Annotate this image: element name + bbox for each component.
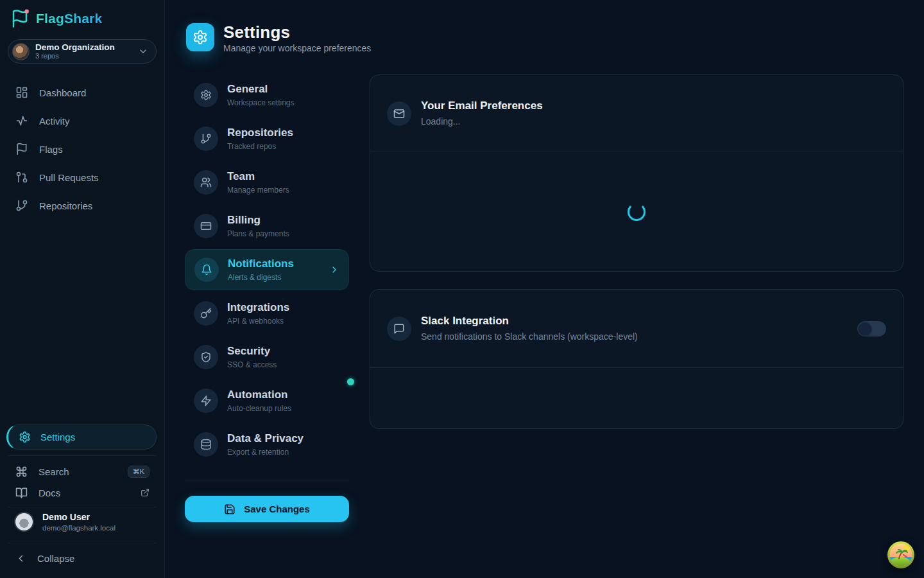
chevron-down-icon xyxy=(138,46,148,57)
item-title: Billing xyxy=(227,214,289,227)
loading-spinner xyxy=(628,203,646,221)
settings-nav-integrations[interactable]: IntegrationsAPI & webhooks xyxy=(185,293,349,334)
org-switcher[interactable]: Demo Organization 3 repos xyxy=(8,39,157,64)
save-changes-button[interactable]: Save Changes xyxy=(185,496,349,522)
sidebar-item-repositories[interactable]: Repositories xyxy=(0,191,164,220)
island-floating-button[interactable] xyxy=(887,541,915,569)
email-preferences-header: Your Email Preferences Loading... xyxy=(370,75,903,152)
settings-page-icon xyxy=(186,23,214,51)
user-name: Demo User xyxy=(42,512,116,523)
chevron-right-icon xyxy=(329,265,339,275)
sidebar-divider xyxy=(8,543,157,543)
item-subtitle: API & webhooks xyxy=(227,317,289,326)
flag-icon xyxy=(15,143,28,155)
item-subtitle: SSO & access xyxy=(227,360,277,369)
item-title: Automation xyxy=(227,389,291,401)
sidebar-nav: Dashboard Activity Flags Pull Requests xyxy=(0,78,164,220)
sidebar-item-label: Repositories xyxy=(39,200,92,211)
sidebar-item-pull-requests[interactable]: Pull Requests xyxy=(0,163,164,191)
sidebar-item-search[interactable]: Search ⌘K xyxy=(0,461,165,482)
app-root: FlagShark Demo Organization 3 repos Dash… xyxy=(0,0,924,578)
key-icon xyxy=(194,301,218,326)
slack-integration-card: Slack Integration Send notifications to … xyxy=(370,289,903,429)
git-branch-icon xyxy=(15,199,28,212)
sidebar-item-docs[interactable]: Docs xyxy=(0,482,165,503)
item-title: Team xyxy=(227,170,289,183)
sidebar-item-dashboard[interactable]: Dashboard xyxy=(0,78,164,107)
sidebar-item-label: Pull Requests xyxy=(39,172,99,183)
sidebar-settings-label: Settings xyxy=(40,432,75,442)
item-title: Repositories xyxy=(227,127,293,139)
item-subtitle: Plans & payments xyxy=(227,229,289,238)
settings-nav-security[interactable]: SecuritySSO & access xyxy=(185,337,349,378)
search-label: Search xyxy=(38,466,69,477)
sidebar-item-label: Flags xyxy=(39,144,63,155)
chevron-left-icon xyxy=(15,553,26,564)
org-repo-count: 3 repos xyxy=(35,52,132,60)
email-preferences-status: Loading... xyxy=(421,116,543,127)
item-subtitle: Workspace settings xyxy=(227,98,295,107)
page-title: Settings xyxy=(223,22,290,42)
slack-integration-header: Slack Integration Send notifications to … xyxy=(370,290,903,368)
email-preferences-title: Your Email Preferences xyxy=(421,100,543,112)
item-subtitle: Tracked repos xyxy=(227,142,293,151)
save-changes-label: Save Changes xyxy=(244,504,310,514)
item-subtitle: Manage members xyxy=(227,186,289,195)
docs-label: Docs xyxy=(38,487,60,498)
settings-nav-billing[interactable]: BillingPlans & payments xyxy=(185,206,349,247)
sidebar-collapse-button[interactable]: Collapse xyxy=(0,548,165,568)
git-branch-icon xyxy=(194,127,218,151)
email-preferences-body xyxy=(370,152,903,272)
sidebar: FlagShark Demo Organization 3 repos Dash… xyxy=(0,0,165,578)
dashboard-grid-icon xyxy=(15,86,28,99)
item-subtitle: Auto-cleanup rules xyxy=(227,404,291,413)
sidebar-item-flags[interactable]: Flags xyxy=(0,135,164,163)
settings-nav-data-privacy[interactable]: Data & PrivacyExport & retention xyxy=(185,424,349,465)
settings-nav-team[interactable]: TeamManage members xyxy=(185,162,349,203)
desert-island-icon xyxy=(887,541,915,569)
sidebar-divider xyxy=(8,507,157,507)
item-subtitle: Export & retention xyxy=(227,448,304,457)
item-title: General xyxy=(227,83,295,96)
activity-pulse-icon xyxy=(15,114,28,127)
slack-integration-subtitle: Send notifications to Slack channels (wo… xyxy=(421,331,638,342)
bell-icon xyxy=(194,258,219,282)
brand[interactable]: FlagShark xyxy=(10,9,102,28)
shield-check-icon xyxy=(194,345,218,369)
save-icon xyxy=(224,504,235,515)
item-title: Data & Privacy xyxy=(227,432,304,445)
slack-integration-title: Slack Integration xyxy=(421,315,638,328)
zap-icon xyxy=(194,389,218,413)
settings-nav-general[interactable]: GeneralWorkspace settings xyxy=(185,74,349,116)
sidebar-item-settings[interactable]: Settings xyxy=(6,425,157,450)
item-title: Integrations xyxy=(227,301,289,314)
flagshark-logo-icon xyxy=(10,9,30,28)
main-content: Settings Manage your workspace preferenc… xyxy=(165,0,924,578)
page-subtitle: Manage your workspace preferences xyxy=(223,43,371,53)
book-open-icon xyxy=(15,487,28,499)
sidebar-item-activity[interactable]: Activity xyxy=(0,107,164,135)
sidebar-item-label: Activity xyxy=(39,116,70,127)
external-link-icon xyxy=(141,488,150,497)
user-avatar xyxy=(14,512,34,532)
git-pull-request-icon xyxy=(15,171,28,184)
org-text: Demo Organization 3 repos xyxy=(35,42,132,60)
settings-nav-notifications[interactable]: NotificationsAlerts & digests xyxy=(185,249,349,290)
gear-icon xyxy=(19,431,31,443)
user-menu[interactable]: Demo User demo@flagshark.local xyxy=(0,512,165,532)
brand-name: FlagShark xyxy=(36,11,102,26)
database-icon xyxy=(194,432,218,457)
org-name: Demo Organization xyxy=(35,42,132,53)
settings-nav-automation[interactable]: AutomationAuto-cleanup rules xyxy=(185,380,349,421)
command-icon xyxy=(15,466,28,478)
notification-dot xyxy=(347,378,354,385)
users-icon xyxy=(194,170,218,195)
chat-bubble-icon xyxy=(387,317,411,341)
user-email: demo@flagshark.local xyxy=(42,523,116,532)
gear-icon xyxy=(194,83,218,107)
slack-toggle[interactable] xyxy=(857,321,886,337)
settings-nav-repositories[interactable]: RepositoriesTracked repos xyxy=(185,118,349,159)
mail-icon xyxy=(387,101,411,126)
search-shortcut-badge: ⌘K xyxy=(128,466,150,478)
item-subtitle: Alerts & digests xyxy=(228,273,294,282)
